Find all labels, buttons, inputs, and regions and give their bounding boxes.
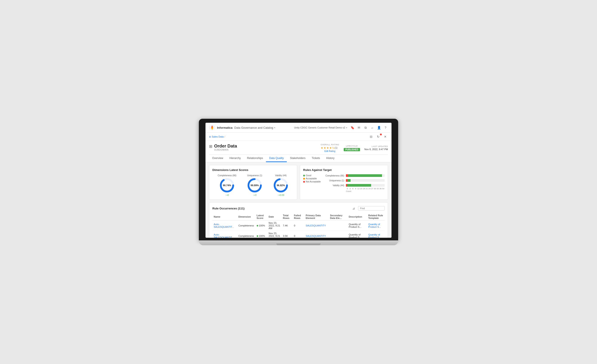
lifecycle-badge: PUBLISHED xyxy=(344,148,360,151)
rating-count: (1) xyxy=(335,147,338,149)
breadcrumb-bar: ⊞ Sales Data / ⊟ ↻ ✕ xyxy=(205,133,392,141)
close-icon[interactable]: ✕ xyxy=(383,134,388,139)
col-template: Related Rule Template xyxy=(367,213,385,220)
completeness-metric: Completeness (66) 90.74% xyxy=(218,174,236,196)
col-total: Total Rows xyxy=(282,213,292,220)
row-0-name[interactable]: Auto-SALESQUANTIT... xyxy=(214,223,234,228)
tab-history[interactable]: History xyxy=(323,155,338,162)
search-input[interactable] xyxy=(358,206,385,211)
breadcrumb-separator: / xyxy=(225,135,225,138)
logo-area: Informatica Data Governance and Catalog … xyxy=(209,124,275,131)
row-1-template[interactable]: Quantity of Product S... xyxy=(368,233,381,238)
dimensions-card: Dimensions Latest Scores Completeness (6… xyxy=(209,165,297,200)
bar-green-uniqueness xyxy=(347,179,351,182)
table-body: Auto-SALESQUANTIT... Completeness 100% N… xyxy=(212,220,385,238)
workspace-selector[interactable]: Unity CDGC Generic Customer Retail Demo … xyxy=(294,126,347,129)
bar-red-completeness xyxy=(346,174,348,177)
chart-label-validity: Validity (44) xyxy=(324,184,344,187)
tab-relationships[interactable]: Relationships xyxy=(244,155,266,162)
row-1-secondary xyxy=(329,231,347,238)
lifecycle-label: LIFECYCLE xyxy=(344,145,360,147)
completeness-donut: 90.74% xyxy=(219,178,235,193)
legend-dot-good xyxy=(303,175,305,176)
rating-label: OVERALL RATING xyxy=(321,144,339,146)
notification-dot xyxy=(380,134,382,135)
tab-hierarchy[interactable]: Hierarchy xyxy=(226,155,244,162)
breadcrumb: ⊞ Sales Data / xyxy=(209,135,225,138)
col-date: Date xyxy=(267,213,282,220)
last-updated-label: LAST UPDATED xyxy=(364,145,388,147)
informatica-logo xyxy=(209,124,215,131)
chart-label-uniqueness: Uniqueness (1) xyxy=(324,179,344,182)
bar-green-completeness xyxy=(348,174,382,177)
chart-label-completeness: Completeness (66) xyxy=(324,174,344,177)
star-5-half: ½ xyxy=(332,146,335,150)
axis-count-label: Count xyxy=(324,190,385,192)
help-icon[interactable]: ? xyxy=(383,125,388,130)
metrics-row: Dimensions Latest Scores Completeness (6… xyxy=(209,165,388,200)
validity-label: Validity (44) xyxy=(275,174,287,177)
chart-axis: 0 3 6 9 12 15 18 21 24 xyxy=(324,188,385,190)
uniqueness-label: Uniqueness (1) xyxy=(247,174,262,177)
search-icon[interactable]: ⌕ xyxy=(370,125,375,130)
bookmark-icon[interactable]: 🔖 xyxy=(350,125,355,130)
row-0-date: Nov 23, 2022, 9:21 AM xyxy=(267,220,282,231)
col-secondary: Secondary Data Ele... xyxy=(329,213,347,220)
laptop-base xyxy=(199,240,398,245)
row-1-date: Nov 23, 2022, 9:21 AM xyxy=(267,231,282,238)
legend-acceptable: Acceptable xyxy=(303,177,321,180)
row-1-score: 100% xyxy=(255,231,267,238)
filter-icon[interactable]: ⊿ xyxy=(351,206,356,211)
validity-metric: Validity (44) 96.82% xyxy=(273,174,289,196)
asset-panel: ⊞ Order Data SUBDOMAIN OVERALL RATING ★ xyxy=(205,141,392,162)
donut-row: Completeness (66) 90.74% xyxy=(212,174,294,196)
user-icon[interactable]: 👤 xyxy=(377,125,381,130)
last-updated-section: LAST UPDATED Nov 8, 2022, 9:47 PM xyxy=(364,145,388,151)
email-icon[interactable]: ✉ xyxy=(356,125,361,130)
col-score: Latest Score xyxy=(255,213,267,220)
chart-row-uniqueness: Uniqueness (1) xyxy=(324,179,385,182)
edit-rating-link[interactable]: Edit Rating xyxy=(321,150,339,152)
tab-stakeholders[interactable]: Stakeholders xyxy=(287,155,308,162)
table-row: Auto-SALESQUANTIT... Completeness 100% N… xyxy=(212,231,385,238)
copy-icon[interactable]: ⧉ xyxy=(363,125,368,130)
completeness-value: 90.74% xyxy=(223,184,231,187)
tab-overview[interactable]: Overview xyxy=(209,155,226,162)
row-0-description: Quantity of Product S... xyxy=(347,220,367,231)
row-1-name[interactable]: Auto-SALESQUANTIT... xyxy=(214,233,234,238)
breadcrumb-item[interactable]: Sales Data xyxy=(212,135,224,138)
completeness-label: Completeness (66) xyxy=(218,174,236,177)
row-1-failed: 0 xyxy=(292,231,304,238)
app-header: Informatica Data Governance and Catalog … xyxy=(205,123,392,133)
tab-data-quality[interactable]: Data Quality xyxy=(266,155,287,162)
tab-tickets[interactable]: Tickets xyxy=(309,155,323,162)
rating-section: OVERALL RATING ★ ★ ★ ★ ½ (1) Edit Rating xyxy=(321,144,339,152)
asset-title-area: ⊞ Order Data SUBDOMAIN xyxy=(209,144,237,151)
legend-dot-not-acceptable xyxy=(303,181,305,183)
header-icons: 🔖 ✉ ⧉ ⌕ 👤 ? xyxy=(350,125,388,130)
rule-occurrences-title: Rule Occurrences (111) xyxy=(212,207,244,210)
dimensions-card-title: Dimensions Latest Scores xyxy=(212,168,294,172)
row-0-total: 7.4K xyxy=(282,220,292,231)
panel-icon[interactable]: ⊟ xyxy=(369,134,374,139)
validity-donut: 96.82% xyxy=(273,178,289,193)
lifecycle-section: LIFECYCLE PUBLISHED xyxy=(344,145,360,151)
row-0-template[interactable]: Quantity of Product S... xyxy=(368,223,381,228)
table-row: Auto-SALESQUANTIT... Completeness 100% N… xyxy=(212,220,385,231)
col-dimension: Dimension xyxy=(237,213,255,220)
star-2: ★ xyxy=(323,146,326,150)
last-updated-value: Nov 8, 2022, 9:47 PM xyxy=(364,148,388,151)
stars-display: ★ ★ ★ ★ ½ (1) xyxy=(321,146,339,150)
row-1-total: 3.5K xyxy=(282,231,292,238)
bar-track-completeness xyxy=(346,174,385,177)
col-failed: Failed Rows xyxy=(292,213,304,220)
content-area: Dimensions Latest Scores Completeness (6… xyxy=(205,162,392,238)
col-description: Description xyxy=(347,213,367,220)
asset-title: Order Data xyxy=(214,144,237,149)
row-0-primary[interactable]: SALESQUANTITY xyxy=(306,224,326,227)
asset-type-icon: ⊞ xyxy=(209,144,212,149)
bar-red-uniqueness xyxy=(346,179,347,182)
row-1-description: Quantity of Product S... xyxy=(347,231,367,238)
rule-occurrences-table: Name Dimension Latest Score Date Total R… xyxy=(212,213,385,238)
row-1-primary[interactable]: SALESQUANTITY xyxy=(306,235,326,237)
